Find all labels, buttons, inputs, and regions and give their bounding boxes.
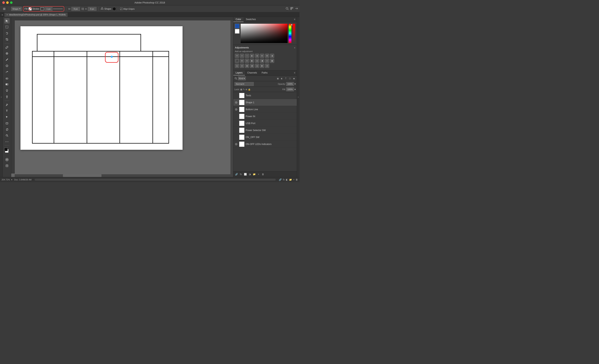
fx-icon[interactable]: fx <box>283 178 285 181</box>
lock-all-icon[interactable]: 🔒 <box>248 88 251 91</box>
foreground-color-swatch[interactable] <box>4 148 8 151</box>
filter-text-icon[interactable]: T <box>284 77 288 80</box>
close-button[interactable] <box>2 1 5 4</box>
link-layers-btn[interactable]: 🔗 <box>234 172 238 176</box>
layer-visibility-bottomline[interactable] <box>234 108 238 111</box>
brightness-contrast-icon[interactable]: ☀ <box>235 54 239 58</box>
canvas-viewport[interactable] <box>15 20 233 174</box>
fill-swatch[interactable] <box>28 7 32 10</box>
layer-item-bottomline[interactable]: Bottom Line <box>233 106 297 113</box>
adjustment-layer-btn[interactable]: ◑ <box>248 172 252 176</box>
right-panel-toggle[interactable]: » <box>297 17 300 177</box>
layer-item-shape1[interactable]: Shape 1 <box>233 99 297 106</box>
crop-tool[interactable] <box>4 37 10 42</box>
screen-mode-toggle[interactable] <box>4 163 10 169</box>
delete-layer-btn[interactable]: 🗑 <box>261 172 265 176</box>
chain-link-icon[interactable]: ⛓ <box>81 7 84 10</box>
canvas-scrollbar-horizontal[interactable] <box>15 174 233 177</box>
layer-mask-btn[interactable]: ⬜ <box>243 172 247 176</box>
layer-item-usbport[interactable]: USB Port <box>233 120 297 127</box>
canvas-area[interactable] <box>11 17 233 177</box>
maximize-button[interactable] <box>10 1 13 4</box>
channel-mixer-icon[interactable]: ⊗ <box>240 59 244 63</box>
opacity-value[interactable]: 100% <box>286 82 294 86</box>
channels-tab[interactable]: Channels <box>245 71 259 75</box>
search-icon[interactable] <box>286 7 289 11</box>
vibrance-icon[interactable]: ◈ <box>255 54 259 58</box>
filter-adjustment-icon[interactable]: ◐ <box>280 77 283 80</box>
layers-panel-settings[interactable]: ≡ <box>292 71 297 75</box>
color-tab[interactable]: Color <box>233 17 244 22</box>
height-input[interactable] <box>88 7 97 11</box>
layer-kind-dropdown[interactable]: Kind ▾ <box>238 76 246 80</box>
workspace-icon[interactable] <box>290 7 293 11</box>
layers-tab[interactable]: Layers <box>233 71 245 75</box>
posterize-icon[interactable]: ◫ <box>255 59 259 63</box>
scrollbar-h-thumb[interactable] <box>63 174 102 177</box>
shape-tool[interactable] <box>4 120 10 126</box>
color-lookup-icon[interactable]: ⊙ <box>245 59 249 63</box>
brush-tool[interactable] <box>4 57 10 62</box>
move-tool[interactable] <box>4 18 10 24</box>
new-item-icon[interactable]: + <box>293 178 294 181</box>
smart-object-icon[interactable]: ◲ <box>255 64 259 68</box>
layer-list[interactable]: Texts Shape 1 Bottom Line <box>233 92 297 171</box>
left-panel-toggle[interactable]: « <box>0 17 3 177</box>
zoom-tool[interactable] <box>4 133 10 138</box>
stroke-swatch[interactable] <box>40 7 44 10</box>
blend-mode-dropdown[interactable]: Normal ▾ <box>234 82 254 86</box>
share-icon[interactable] <box>295 7 298 11</box>
link-icon[interactable]: 🔗 <box>279 178 282 181</box>
quick-mask-toggle[interactable] <box>4 157 10 162</box>
3d-icon[interactable]: ◳ <box>265 64 269 68</box>
hue-saturation-icon[interactable]: ⊕ <box>260 54 264 58</box>
layer-item-texts[interactable]: Texts <box>233 92 297 99</box>
layer-visibility-onoffled[interactable] <box>234 143 238 145</box>
shadows-highlights-icon[interactable]: ◱ <box>235 64 239 68</box>
background-swatch[interactable] <box>235 29 239 34</box>
folder-icon[interactable]: 📁 <box>289 178 292 181</box>
eraser-tool[interactable] <box>4 75 10 81</box>
filter-pixel-icon[interactable]: ▦ <box>276 77 279 80</box>
color-panel-settings[interactable]: ≡ <box>292 17 297 22</box>
new-layer-btn[interactable]: + <box>257 172 261 176</box>
canvas-h-scrollbar[interactable] <box>35 179 276 181</box>
lock-position-icon[interactable]: ✎ <box>243 88 245 91</box>
layer-item-onoffled[interactable]: ON-OFF LEDs Indicators <box>233 141 297 148</box>
lock-artboard-icon[interactable]: ⊕ <box>246 88 247 91</box>
dodge-tool[interactable] <box>4 94 10 99</box>
tool-options-icon[interactable] <box>1 6 7 12</box>
hand-tool[interactable] <box>4 127 10 132</box>
threshold-icon[interactable]: ◨ <box>260 59 264 63</box>
pattern-fill-icon[interactable]: ▧ <box>250 64 254 68</box>
photo-filter-icon[interactable]: ⬛ <box>235 59 239 63</box>
color-swatches[interactable] <box>4 148 10 155</box>
select-tool[interactable] <box>4 24 10 30</box>
curves-icon[interactable]: ~ <box>245 54 249 58</box>
stroke-style-selector[interactable] <box>53 7 63 11</box>
filter-shape-icon[interactable]: ⬡ <box>288 77 291 80</box>
minimize-button[interactable] <box>6 1 9 4</box>
collapse-panels-btn[interactable]: » <box>1 13 3 16</box>
pen-tool[interactable] <box>4 102 10 107</box>
layer-comp-icon[interactable]: ◧ <box>286 178 288 181</box>
shape-dropdown[interactable]: Shape ▾ <box>11 7 22 11</box>
paths-tab[interactable]: Paths <box>259 71 270 75</box>
swatches-tab[interactable]: Swatches <box>244 17 258 22</box>
gradient-tool[interactable] <box>4 82 10 87</box>
adjustments-collapse[interactable]: ≡ <box>294 47 295 49</box>
history-brush-tool[interactable] <box>4 69 10 75</box>
stroke-size-input[interactable] <box>45 7 53 11</box>
align-edges-checkbox[interactable]: ✓ <box>120 8 123 10</box>
shape-color-picker[interactable] <box>113 7 116 11</box>
folder-group-btn[interactable]: 📁 <box>252 172 256 176</box>
eyedropper-tool[interactable] <box>4 44 10 50</box>
levels-icon[interactable]: ≡ <box>240 54 244 58</box>
clone-tool[interactable] <box>4 63 10 69</box>
more-tools-btn[interactable]: • • • <box>4 139 10 144</box>
tab-close-btn[interactable]: ✕ <box>6 14 8 16</box>
document-tab[interactable]: ✕ IdeaSketchingOnPhotoshop.psd @ 205% (S… <box>4 13 68 17</box>
color-balance-icon[interactable]: ⊞ <box>265 54 269 58</box>
blur-tool[interactable] <box>4 88 10 93</box>
foreground-swatch[interactable] <box>235 24 239 28</box>
